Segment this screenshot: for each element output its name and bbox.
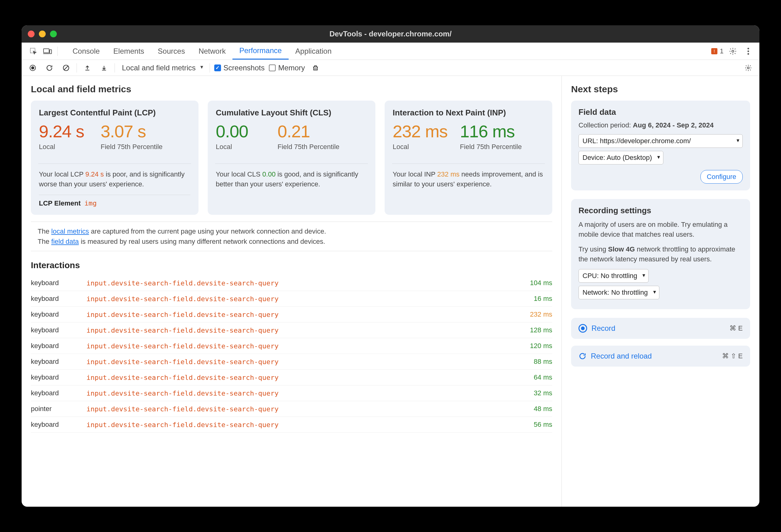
interaction-kind: keyboard (31, 310, 86, 318)
network-throttling-select[interactable]: Network: No throttling (578, 286, 659, 299)
recording-settings-text: A majority of users are on mobile. Try e… (578, 220, 743, 239)
interaction-time: 104 ms (509, 279, 552, 287)
right-panel: Next steps Field data Collection period:… (562, 76, 759, 507)
device-select[interactable]: Device: Auto (Desktop) (578, 151, 663, 165)
interactions-list: keyboard input.devsite-search-field.devs… (31, 275, 552, 433)
left-panel: Local and field metrics Largest Contentf… (22, 76, 562, 507)
tab-console[interactable]: Console (66, 43, 107, 59)
memory-label: Memory (278, 63, 305, 72)
interaction-row[interactable]: keyboard input.devsite-search-field.devs… (31, 275, 552, 291)
maximize-window-icon[interactable] (50, 31, 57, 37)
record-action[interactable]: Record ⌘ E (571, 318, 750, 339)
interaction-time: 16 ms (509, 295, 552, 303)
collection-period-value: Aug 6, 2024 - Sep 2, 2024 (633, 121, 714, 129)
metrics-view-dropdown[interactable]: Local and field metrics (119, 62, 205, 74)
record-reload-label: Record and reload (591, 352, 652, 360)
lcp-element-value[interactable]: img (85, 200, 97, 207)
more-menu-icon[interactable] (742, 45, 754, 57)
screenshots-label: Screenshots (223, 63, 264, 72)
tab-performance[interactable]: Performance (233, 43, 288, 59)
interaction-row[interactable]: keyboard input.devsite-search-field.devs… (31, 338, 552, 354)
field-data-link[interactable]: field data (51, 237, 79, 245)
reload-icon (578, 352, 586, 360)
interaction-selector: input.devsite-search-field.devsite-searc… (86, 295, 509, 303)
download-icon[interactable] (98, 62, 110, 74)
issues-indicator[interactable]: ! 1 (711, 47, 724, 55)
svg-point-3 (732, 50, 734, 52)
interaction-row[interactable]: keyboard input.devsite-search-field.devs… (31, 417, 552, 433)
interaction-kind: keyboard (31, 295, 86, 303)
metric-card-title: Interaction to Next Paint (INP) (393, 108, 544, 118)
tabs-bar: ConsoleElementsSourcesNetworkPerformance… (22, 43, 759, 60)
metric-field-label: Field 75th Percentile (278, 142, 339, 151)
inspect-element-icon[interactable] (27, 45, 40, 57)
record-reload-action[interactable]: Record and reload ⌘ ⇧ E (571, 346, 750, 367)
traffic-lights (28, 31, 57, 37)
metric-card: Interaction to Next Paint (INP) 232 ms L… (385, 101, 552, 215)
interaction-row[interactable]: keyboard input.devsite-search-field.devs… (31, 354, 552, 370)
screenshots-checkbox[interactable]: Screenshots (214, 63, 264, 72)
interaction-kind: keyboard (31, 326, 86, 334)
clear-icon[interactable] (60, 62, 72, 74)
metric-local-value: 9.24 s (39, 123, 88, 141)
interaction-kind: keyboard (31, 420, 86, 429)
record-icon[interactable] (27, 62, 39, 74)
metric-field-value: 3.07 s (100, 123, 163, 141)
device-toolbar-icon[interactable] (41, 45, 54, 57)
record-shortcut: ⌘ E (730, 324, 743, 332)
url-select[interactable]: URL: https://developer.chrome.com/ (578, 134, 743, 148)
metric-local-label: Local (39, 142, 88, 151)
upload-icon[interactable] (81, 62, 93, 74)
tab-network[interactable]: Network (192, 43, 233, 59)
reload-icon[interactable] (43, 62, 55, 74)
svg-rect-2 (50, 50, 51, 54)
interaction-time: 120 ms (509, 342, 552, 350)
tab-elements[interactable]: Elements (107, 43, 151, 59)
interactions-title: Interactions (31, 260, 552, 270)
collection-period-label: Collection period: (578, 121, 633, 129)
close-window-icon[interactable] (28, 31, 35, 37)
minimize-window-icon[interactable] (39, 31, 46, 37)
interaction-selector: input.devsite-search-field.devsite-searc… (86, 279, 509, 287)
interaction-kind: keyboard (31, 373, 86, 382)
interaction-time: 32 ms (509, 389, 552, 397)
interaction-row[interactable]: keyboard input.devsite-search-field.devs… (31, 322, 552, 338)
settings-gear-icon[interactable] (727, 45, 739, 57)
interaction-kind: keyboard (31, 342, 86, 350)
tab-sources[interactable]: Sources (151, 43, 192, 59)
interaction-row[interactable]: pointer input.devsite-search-field.devsi… (31, 401, 552, 417)
metric-description: Your local LCP 9.24 s is poor, and is si… (39, 169, 191, 189)
field-data-card: Field data Collection period: Aug 6, 202… (571, 101, 750, 190)
interaction-row[interactable]: keyboard input.devsite-search-field.devs… (31, 386, 552, 401)
memory-checkbox[interactable]: Memory (269, 63, 305, 72)
metric-description: Your local INP 232 ms needs improvement,… (393, 169, 544, 189)
metric-card: Cumulative Layout Shift (CLS) 0.00 Local… (208, 101, 375, 215)
interaction-time: 64 ms (509, 373, 552, 382)
panel-settings-gear-icon[interactable] (742, 62, 754, 74)
local-metrics-link[interactable]: local metrics (51, 227, 89, 235)
svg-point-8 (31, 66, 34, 70)
metric-card: Largest Contentful Paint (LCP) 9.24 s Lo… (31, 101, 199, 215)
record-dot-icon (578, 324, 587, 332)
interaction-row[interactable]: keyboard input.devsite-search-field.devs… (31, 370, 552, 386)
metric-local-label: Local (216, 142, 265, 151)
interaction-row[interactable]: keyboard input.devsite-search-field.devs… (31, 291, 552, 307)
tab-application[interactable]: Application (289, 43, 338, 59)
cpu-throttling-select[interactable]: CPU: No throttling (578, 269, 649, 283)
checkbox-icon (269, 64, 276, 71)
interaction-row[interactable]: keyboard input.devsite-search-field.devs… (31, 307, 552, 322)
svg-point-4 (747, 47, 749, 49)
metric-field-value: 116 ms (460, 123, 522, 141)
metric-local-value: 0.00 (216, 123, 265, 141)
metric-field-label: Field 75th Percentile (100, 142, 163, 151)
interaction-time: 48 ms (509, 405, 552, 413)
configure-button[interactable]: Configure (700, 170, 743, 184)
metric-field-label: Field 75th Percentile (460, 142, 522, 151)
svg-rect-1 (44, 49, 49, 53)
svg-point-5 (747, 50, 749, 52)
text: Try using (578, 245, 608, 253)
devtools-window: DevTools - developer.chrome.com/ Console… (22, 25, 759, 507)
next-steps-title: Next steps (571, 84, 750, 94)
garbage-collect-icon[interactable] (309, 62, 322, 74)
lcp-element-label: LCP Element (39, 200, 81, 207)
